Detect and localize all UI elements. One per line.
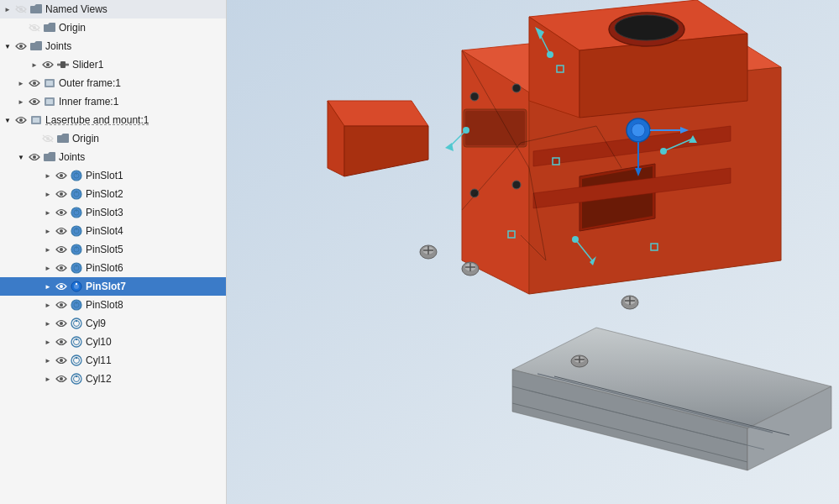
svg-point-4 — [19, 45, 23, 48]
visibility-icon[interactable] — [54, 190, 69, 198]
sidebar-item-pinslot6[interactable]: ►PinSlot6 — [0, 259, 226, 277]
expander-icon[interactable]: ► — [42, 357, 54, 365]
svg-point-86 — [470, 92, 479, 101]
svg-point-61 — [60, 359, 63, 362]
sidebar-item-named-views[interactable]: ►Named Views — [0, 0, 226, 18]
visibility-icon[interactable] — [54, 301, 69, 309]
visibility-icon[interactable] — [54, 227, 69, 235]
sidebar-item-pinslot5[interactable]: ►PinSlot5 — [0, 240, 226, 259]
visibility-icon[interactable] — [27, 153, 42, 161]
svg-point-64 — [76, 357, 77, 359]
sidebar-item-pinslot1[interactable]: ►PinSlot1 — [0, 166, 226, 185]
sidebar-item-pinslot8[interactable]: ►PinSlot8 — [0, 296, 226, 314]
sidebar-item-pinslot7[interactable]: ►PinSlot7 — [0, 277, 226, 296]
svg-line-3 — [29, 24, 39, 31]
sidebar-item-label: Slider1 — [72, 59, 223, 71]
expander-icon[interactable]: ► — [42, 283, 54, 291]
sidebar-item-lasertube[interactable]: ▼Lasertube and mount:1 — [0, 111, 226, 129]
svg-point-20 — [33, 155, 36, 159]
visibility-icon[interactable] — [54, 338, 69, 346]
sidebar-item-label: PinSlot7 — [86, 281, 223, 292]
visibility-icon[interactable] — [27, 79, 42, 87]
sidebar-item-label: PinSlot2 — [86, 188, 223, 200]
expander-icon[interactable]: ► — [42, 339, 54, 346]
joint-icon — [69, 188, 84, 200]
visibility-icon[interactable] — [40, 60, 55, 69]
sidebar-item-pinslot4[interactable]: ►PinSlot4 — [0, 222, 226, 240]
expander-icon[interactable]: ▼ — [2, 117, 13, 124]
expander-icon[interactable]: ► — [29, 61, 40, 69]
sidebar-item-slider1[interactable]: ►Slider1 — [0, 55, 226, 74]
expander-icon[interactable]: ► — [42, 228, 54, 235]
visibility-icon[interactable] — [54, 282, 69, 291]
sidebar-item-outer-frame[interactable]: ►Outer frame:1 — [0, 74, 226, 92]
expander-icon[interactable]: ▼ — [15, 154, 27, 161]
expander-icon[interactable]: ► — [42, 172, 54, 180]
svg-point-38 — [71, 244, 81, 255]
sidebar-item-joints-top[interactable]: ▼Joints — [0, 37, 226, 55]
component-icon — [42, 97, 57, 107]
joint-icon — [69, 262, 84, 274]
expander-icon[interactable]: ► — [42, 302, 54, 309]
sidebar-item-label: Outer frame:1 — [59, 77, 223, 89]
svg-rect-17 — [33, 118, 39, 123]
sidebar-item-origin-sub[interactable]: Origin — [0, 129, 226, 148]
sidebar-item-cyl9[interactable]: ►Cyl9 — [0, 314, 226, 333]
expander-icon[interactable]: ► — [42, 265, 54, 272]
svg-line-19 — [43, 135, 53, 142]
sidebar-item-label: Joints — [45, 40, 223, 52]
visibility-icon[interactable] — [54, 208, 69, 217]
joint-cyl-icon — [69, 318, 84, 329]
visibility-icon[interactable] — [27, 97, 42, 106]
svg-point-15 — [19, 118, 23, 122]
sidebar-item-label: Cyl11 — [86, 354, 223, 366]
sidebar-item-cyl10[interactable]: ►Cyl10 — [0, 333, 226, 351]
sidebar-item-cyl12[interactable]: ►Cyl12 — [0, 370, 226, 388]
component-icon — [42, 78, 57, 88]
3d-viewport[interactable] — [227, 0, 839, 504]
visibility-icon[interactable] — [40, 134, 55, 143]
folder-icon — [42, 152, 57, 162]
expander-icon[interactable]: ▼ — [2, 43, 13, 50]
sidebar-item-pinslot2[interactable]: ►PinSlot2 — [0, 185, 226, 203]
svg-point-33 — [60, 229, 63, 233]
svg-point-40 — [76, 246, 77, 248]
folder-icon — [42, 23, 57, 33]
joint-icon — [69, 244, 84, 255]
visibility-icon[interactable] — [54, 245, 69, 254]
svg-point-34 — [71, 226, 81, 236]
visibility-icon[interactable] — [54, 356, 69, 365]
visibility-icon[interactable] — [13, 116, 29, 124]
svg-point-53 — [60, 322, 63, 325]
svg-point-134 — [463, 127, 469, 134]
visibility-icon[interactable] — [27, 24, 42, 32]
svg-point-56 — [76, 320, 77, 322]
sidebar-item-inner-frame[interactable]: ►Inner frame:1 — [0, 92, 226, 111]
expander-icon[interactable]: ► — [42, 375, 54, 383]
expander-icon[interactable]: ► — [42, 246, 54, 254]
visibility-icon[interactable] — [13, 42, 29, 50]
visibility-icon[interactable] — [13, 5, 29, 13]
expander-icon[interactable]: ► — [42, 320, 54, 328]
visibility-icon[interactable] — [54, 375, 69, 383]
sidebar-item-label: PinSlot8 — [86, 299, 223, 311]
sidebar-panel[interactable]: ►Named ViewsOrigin▼Joints►Slider1►Outer … — [0, 0, 227, 504]
visibility-icon[interactable] — [54, 319, 69, 328]
svg-point-24 — [76, 172, 77, 174]
visibility-icon[interactable] — [54, 264, 69, 272]
expander-icon[interactable]: ► — [15, 80, 27, 87]
sidebar-item-origin-top[interactable]: Origin — [0, 18, 226, 37]
folder-icon — [55, 134, 71, 144]
sidebar-item-cyl11[interactable]: ►Cyl11 — [0, 351, 226, 370]
svg-point-42 — [71, 263, 81, 273]
sidebar-item-pinslot3[interactable]: ►PinSlot3 — [0, 203, 226, 222]
expander-icon[interactable]: ► — [42, 191, 54, 198]
sidebar-item-joints-sub[interactable]: ▼Joints — [0, 148, 226, 166]
svg-marker-99 — [328, 101, 428, 126]
svg-point-48 — [76, 283, 77, 285]
svg-point-131 — [572, 236, 579, 243]
expander-icon[interactable]: ► — [2, 6, 13, 13]
visibility-icon[interactable] — [54, 171, 69, 180]
expander-icon[interactable]: ► — [42, 209, 54, 217]
expander-icon[interactable]: ► — [15, 98, 27, 106]
